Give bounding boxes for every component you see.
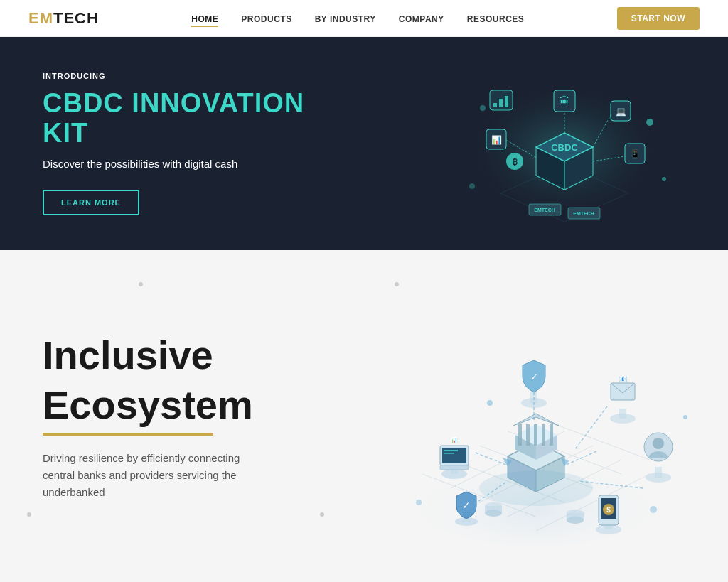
ecosystem-title-underline: [43, 433, 213, 436]
hero-intro-label: INTRODUCING: [43, 72, 355, 80]
svg-rect-76: [619, 409, 626, 419]
svg-rect-54: [518, 424, 522, 446]
svg-text:EMTECH: EMTECH: [534, 208, 555, 212]
nav-link-home[interactable]: HOME: [191, 14, 218, 27]
svg-point-106: [683, 415, 687, 419]
svg-text:✓: ✓: [530, 372, 538, 382]
svg-marker-59: [513, 414, 559, 426]
nav-link-company[interactable]: COMPANY: [399, 14, 444, 24]
svg-rect-66: [444, 453, 454, 454]
svg-text:📊: 📊: [451, 436, 458, 443]
svg-text:CBDC: CBDC: [551, 142, 578, 153]
svg-text:💻: 💻: [616, 106, 626, 117]
decorative-dot: [27, 512, 31, 517]
nav-item-company[interactable]: COMPANY: [399, 12, 444, 25]
svg-text:📧: 📧: [619, 374, 628, 384]
ecosystem-illustration: 📊 ✓ ✓: [365, 275, 707, 559]
svg-text:$: $: [606, 506, 611, 514]
svg-point-28: [646, 119, 653, 126]
nav-item-home[interactable]: HOME: [191, 12, 218, 25]
svg-point-31: [469, 183, 475, 189]
nav-link-industry[interactable]: BY INDUSTRY: [315, 14, 376, 24]
svg-point-29: [480, 105, 486, 111]
nav-item-products[interactable]: PRODUCTS: [241, 12, 291, 25]
logo-em: EM: [28, 9, 53, 27]
logo[interactable]: EMTECH: [28, 9, 99, 28]
ecosystem-section: Inclusive Ecosystem Driving resilience b…: [0, 250, 728, 582]
svg-rect-80: [655, 467, 662, 478]
svg-point-82: [653, 438, 664, 449]
svg-point-30: [662, 177, 666, 181]
hero-content: INTRODUCING CBDC INNOVATION KIT Discover…: [43, 72, 355, 216]
svg-rect-65: [444, 450, 458, 451]
nav-link-resources[interactable]: RESOURCES: [467, 14, 525, 24]
svg-point-60: [479, 470, 593, 506]
svg-text:📱: 📱: [630, 149, 641, 159]
svg-rect-58: [550, 424, 553, 446]
decorative-dot: [139, 282, 143, 286]
svg-rect-34: [499, 99, 503, 107]
svg-rect-35: [505, 96, 508, 107]
nav-links: HOME PRODUCTS BY INDUSTRY COMPANY RESOUR…: [191, 12, 524, 25]
svg-rect-33: [493, 103, 497, 107]
hero-section: INTRODUCING CBDC INNOVATION KIT Discover…: [0, 37, 728, 250]
decorative-dot: [320, 512, 324, 517]
learn-more-button[interactable]: LEARN MORE: [43, 190, 139, 215]
svg-text:EMTECH: EMTECH: [573, 211, 594, 216]
svg-point-91: [485, 502, 502, 510]
start-now-button[interactable]: START NOW: [617, 7, 700, 30]
hero-title: CBDC INNOVATION KIT: [43, 89, 355, 149]
svg-rect-56: [534, 424, 537, 446]
svg-point-104: [650, 506, 657, 513]
ecosystem-description: Driving resilience by efficiently connec…: [43, 450, 270, 501]
hero-subtitle: Discover the possibilities with digital …: [43, 158, 355, 170]
logo-rest: TECH: [53, 9, 99, 27]
nav-item-resources[interactable]: RESOURCES: [467, 12, 525, 25]
svg-rect-57: [542, 424, 545, 446]
navbar: EMTECH HOME PRODUCTS BY INDUSTRY COMPANY…: [0, 0, 728, 37]
svg-text:🏛: 🏛: [560, 95, 569, 107]
ecosystem-title-line1: Inclusive: [43, 333, 270, 377]
svg-point-103: [487, 400, 493, 406]
ecosystem-content: Inclusive Ecosystem Driving resilience b…: [43, 333, 270, 500]
hero-illustration: CBDC 🏛 💻 📊 📱: [444, 51, 685, 236]
svg-text:₿: ₿: [513, 157, 518, 167]
svg-rect-55: [526, 424, 530, 446]
nav-link-products[interactable]: PRODUCTS: [241, 14, 291, 24]
svg-point-94: [567, 510, 584, 517]
svg-point-105: [416, 500, 422, 505]
nav-item-industry[interactable]: BY INDUSTRY: [315, 12, 376, 25]
svg-rect-67: [440, 465, 469, 470]
svg-text:📊: 📊: [491, 134, 502, 145]
ecosystem-title-line2: Ecosystem: [43, 383, 270, 427]
